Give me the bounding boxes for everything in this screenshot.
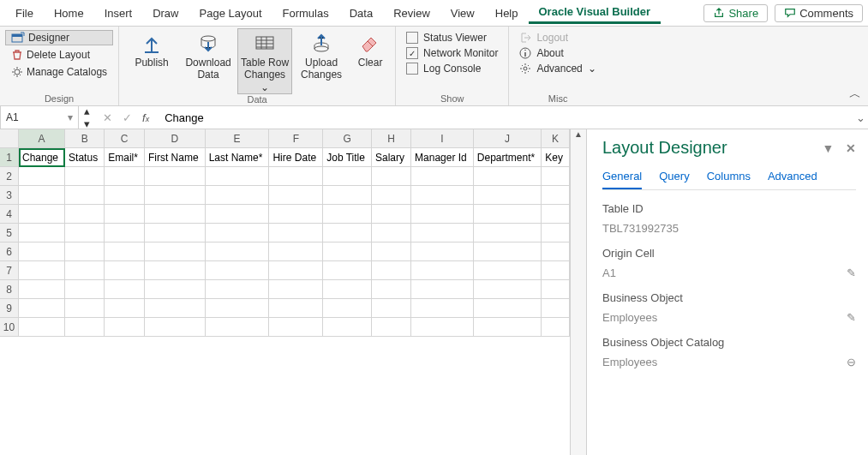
cell-B8[interactable] bbox=[65, 280, 105, 299]
col-header-G[interactable]: G bbox=[323, 129, 372, 148]
tab-draw[interactable]: Draw bbox=[142, 3, 189, 23]
cell-B1[interactable]: Status bbox=[65, 148, 105, 167]
col-header-B[interactable]: B bbox=[65, 129, 105, 148]
cell-E10[interactable] bbox=[206, 318, 270, 337]
cell-J2[interactable] bbox=[474, 167, 542, 186]
cell-G4[interactable] bbox=[323, 205, 372, 224]
cell-K4[interactable] bbox=[542, 205, 570, 224]
cell-H8[interactable] bbox=[372, 280, 411, 299]
panel-tab-advanced[interactable]: Advanced bbox=[768, 170, 817, 189]
cell-J10[interactable] bbox=[474, 318, 542, 337]
row-header-6[interactable]: 6 bbox=[0, 242, 19, 261]
name-box[interactable]: A1 ▾ bbox=[0, 106, 79, 129]
cell-C10[interactable] bbox=[105, 318, 145, 337]
cell-I6[interactable] bbox=[411, 242, 474, 261]
cell-C3[interactable] bbox=[105, 186, 145, 205]
download-data-button[interactable]: Download Data bbox=[181, 28, 236, 82]
cell-I7[interactable] bbox=[411, 261, 474, 280]
designer-button[interactable]: Designer bbox=[5, 30, 113, 45]
cell-J3[interactable] bbox=[474, 186, 542, 205]
cell-H1[interactable]: Salary bbox=[372, 148, 411, 167]
cell-H5[interactable] bbox=[372, 224, 411, 242]
cell-K9[interactable] bbox=[542, 299, 570, 318]
logout-button[interactable]: Logout bbox=[519, 32, 596, 44]
cell-D4[interactable] bbox=[145, 205, 206, 224]
tab-insert[interactable]: Insert bbox=[94, 3, 143, 23]
status-viewer-checkbox[interactable]: Status Viewer bbox=[406, 32, 498, 44]
cell-C5[interactable] bbox=[105, 224, 145, 242]
tab-oracle-visual-builder[interactable]: Oracle Visual Builder bbox=[529, 2, 661, 24]
cell-D9[interactable] bbox=[145, 299, 206, 318]
cell-I2[interactable] bbox=[411, 167, 474, 186]
col-header-H[interactable]: H bbox=[372, 129, 411, 148]
formula-expand-icon[interactable]: ⌄ bbox=[853, 111, 868, 124]
cell-J1[interactable]: Department* bbox=[474, 148, 542, 167]
cell-F5[interactable] bbox=[269, 224, 323, 242]
cell-A9[interactable] bbox=[19, 299, 65, 318]
cell-B2[interactable] bbox=[65, 167, 105, 186]
cell-J7[interactable] bbox=[474, 261, 542, 280]
cell-F10[interactable] bbox=[269, 318, 323, 337]
cell-H3[interactable] bbox=[372, 186, 411, 205]
cell-B4[interactable] bbox=[65, 205, 105, 224]
upload-changes-button[interactable]: Upload Changes bbox=[294, 28, 349, 82]
cell-F2[interactable] bbox=[269, 167, 323, 186]
collapse-ribbon-icon[interactable]: ︿ bbox=[849, 87, 861, 102]
panel-dropdown-icon[interactable]: ▼ bbox=[823, 141, 835, 155]
cell-K2[interactable] bbox=[542, 167, 570, 186]
chevron-down-icon[interactable]: ▾ bbox=[68, 111, 73, 123]
cell-D2[interactable] bbox=[145, 167, 206, 186]
cell-A1[interactable]: Change bbox=[19, 148, 65, 167]
cell-D5[interactable] bbox=[145, 224, 206, 242]
spreadsheet[interactable]: ABCDEFGHIJK1ChangeStatusEmail*First Name… bbox=[0, 129, 570, 455]
cell-H2[interactable] bbox=[372, 167, 411, 186]
cell-J9[interactable] bbox=[474, 299, 542, 318]
cell-A4[interactable] bbox=[19, 205, 65, 224]
manage-catalogs-button[interactable]: Manage Catalogs bbox=[5, 64, 113, 80]
clear-button[interactable]: Clear bbox=[350, 28, 390, 69]
fx-icon[interactable]: fx bbox=[142, 111, 149, 124]
tab-view[interactable]: View bbox=[440, 3, 485, 23]
cell-F8[interactable] bbox=[269, 280, 323, 299]
log-console-checkbox[interactable]: Log Console bbox=[406, 63, 498, 75]
cell-J8[interactable] bbox=[474, 280, 542, 299]
advanced-button[interactable]: Advanced ⌄ bbox=[519, 63, 596, 75]
row-header-9[interactable]: 9 bbox=[0, 299, 19, 318]
tab-home[interactable]: Home bbox=[44, 3, 94, 23]
close-icon[interactable]: ✕ bbox=[846, 141, 856, 155]
cell-F9[interactable] bbox=[269, 299, 323, 318]
cell-B5[interactable] bbox=[65, 224, 105, 242]
col-header-K[interactable]: K bbox=[542, 129, 570, 148]
cell-A7[interactable] bbox=[19, 261, 65, 280]
about-button[interactable]: About bbox=[519, 47, 596, 59]
cell-A8[interactable] bbox=[19, 280, 65, 299]
panel-tab-columns[interactable]: Columns bbox=[707, 170, 751, 189]
cell-C6[interactable] bbox=[105, 242, 145, 261]
cell-B10[interactable] bbox=[65, 318, 105, 337]
cell-E5[interactable] bbox=[206, 224, 270, 242]
cell-F6[interactable] bbox=[269, 242, 323, 261]
tab-review[interactable]: Review bbox=[383, 3, 440, 23]
vertical-scrollbar[interactable]: ▲ bbox=[570, 129, 586, 455]
tab-data[interactable]: Data bbox=[339, 3, 383, 23]
row-header-7[interactable]: 7 bbox=[0, 261, 19, 280]
cell-K5[interactable] bbox=[542, 224, 570, 242]
col-header-D[interactable]: D bbox=[145, 129, 206, 148]
panel-tab-query[interactable]: Query bbox=[659, 170, 689, 189]
cell-C7[interactable] bbox=[105, 261, 145, 280]
row-header-4[interactable]: 4 bbox=[0, 205, 19, 224]
table-row-changes-button[interactable]: Table Row Changes ⌄ bbox=[237, 28, 292, 94]
tab-formulas[interactable]: Formulas bbox=[272, 3, 339, 23]
network-monitor-checkbox[interactable]: ✓Network Monitor bbox=[406, 47, 498, 59]
cell-K7[interactable] bbox=[542, 261, 570, 280]
cell-I5[interactable] bbox=[411, 224, 474, 242]
select-all-corner[interactable] bbox=[0, 129, 19, 148]
cell-G10[interactable] bbox=[323, 318, 372, 337]
cell-C4[interactable] bbox=[105, 205, 145, 224]
cell-I10[interactable] bbox=[411, 318, 474, 337]
cell-B9[interactable] bbox=[65, 299, 105, 318]
cell-A5[interactable] bbox=[19, 224, 65, 242]
cell-F1[interactable]: Hire Date bbox=[269, 148, 323, 167]
cell-K8[interactable] bbox=[542, 280, 570, 299]
tab-help[interactable]: Help bbox=[485, 3, 529, 23]
